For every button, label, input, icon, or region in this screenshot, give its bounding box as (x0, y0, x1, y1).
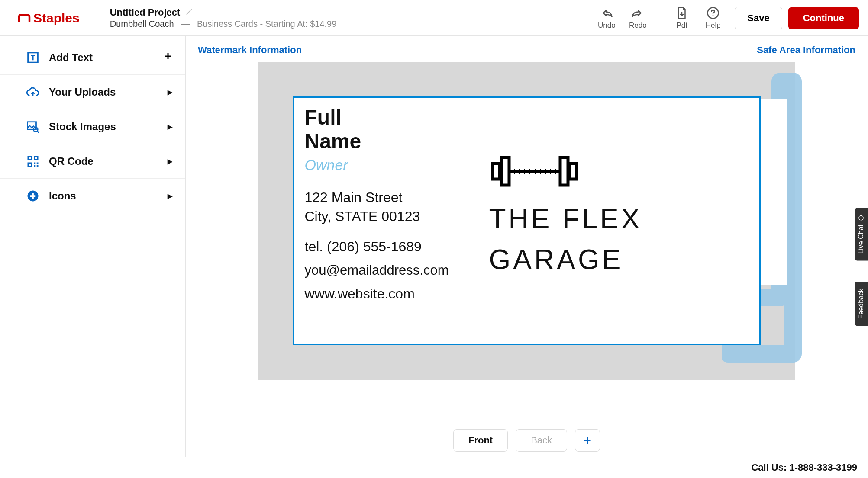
card-website[interactable]: www.website.com (305, 286, 749, 302)
chevron-right-icon: ▸ (168, 190, 172, 202)
tab-back[interactable]: Back (516, 429, 567, 452)
redo-button[interactable]: Redo (622, 6, 653, 30)
product-line: Business Cards - Starting At: $14.99 (197, 19, 336, 29)
continue-button[interactable]: Continue (788, 7, 859, 29)
icons-icon (26, 189, 40, 202)
sidebar-item-label: Add Text (49, 51, 93, 64)
card-name-line1[interactable]: Full (305, 106, 749, 129)
chevron-right-icon: ▸ (168, 156, 172, 167)
save-button[interactable]: Save (735, 7, 782, 29)
sidebar-item-label: Icons (49, 190, 76, 202)
add-page-button[interactable]: + (575, 429, 600, 452)
sidebar-item-stock-images[interactable]: Stock Images ▸ (0, 109, 185, 144)
sidebar-item-label: QR Code (49, 155, 94, 167)
editor-main: Watermark Information Safe Area Informat… (186, 36, 868, 457)
safe-area-info-link[interactable]: Safe Area Information (757, 45, 855, 56)
safe-area-frame: Full Name Owner 122 Main Street City, ST… (293, 96, 761, 345)
chevron-right-icon: ▸ (168, 121, 172, 132)
text-icon (26, 51, 40, 64)
template-name: Dumbbell Coach (110, 19, 174, 29)
svg-rect-17 (501, 157, 509, 185)
pdf-icon (675, 6, 688, 19)
svg-point-1 (713, 15, 714, 16)
sidebar-item-add-text[interactable]: Add Text (0, 40, 185, 75)
tool-sidebar: Add Text Your Uploads ▸ Stock Images ▸ Q… (0, 36, 186, 457)
svg-point-31 (859, 216, 864, 221)
svg-rect-19 (560, 157, 568, 185)
dumbbell-icon (489, 150, 580, 193)
svg-rect-18 (493, 164, 500, 179)
app-header: Staples Untitled Project Dumbbell Coach … (0, 0, 868, 36)
footer: Call Us: 1-888-333-3199 (0, 457, 868, 478)
brand-line1[interactable]: THE FLEX (489, 203, 642, 235)
watermark-info-link[interactable]: Watermark Information (198, 45, 302, 56)
plus-icon (164, 52, 172, 63)
upload-icon (26, 86, 40, 99)
redo-icon (631, 6, 644, 19)
svg-rect-16 (756, 99, 787, 285)
live-chat-tab[interactable]: Live Chat (855, 208, 868, 261)
separator: — (181, 19, 190, 29)
sidebar-item-label: Stock Images (49, 121, 116, 133)
project-info: Untitled Project Dumbbell Coach — Busine… (110, 7, 337, 29)
svg-rect-10 (34, 165, 36, 167)
sidebar-item-qr-code[interactable]: QR Code ▸ (0, 144, 185, 179)
brand-name: Staples (33, 11, 80, 26)
page-tabs: Front Back + (194, 420, 859, 457)
svg-rect-8 (34, 162, 36, 164)
design-canvas[interactable]: Full Name Owner 122 Main Street City, ST… (258, 62, 795, 380)
sidebar-item-uploads[interactable]: Your Uploads ▸ (0, 75, 185, 109)
svg-rect-14 (29, 164, 31, 166)
staples-logo-icon (18, 13, 31, 23)
svg-rect-20 (570, 164, 577, 179)
chevron-right-icon: ▸ (168, 87, 172, 98)
help-icon (707, 6, 720, 19)
card-brand-block[interactable]: THE FLEX GARAGE (489, 150, 642, 276)
qr-icon (26, 155, 40, 168)
pdf-button[interactable]: Pdf (666, 6, 697, 30)
feedback-tab[interactable]: Feedback (855, 282, 868, 326)
svg-rect-13 (35, 157, 37, 159)
pencil-icon[interactable] (185, 8, 193, 17)
image-search-icon (26, 120, 40, 133)
sidebar-item-label: Your Uploads (49, 86, 116, 98)
chat-icon (858, 215, 864, 221)
undo-button[interactable]: Undo (591, 6, 622, 30)
tab-front[interactable]: Front (453, 429, 508, 452)
brand-logo[interactable]: Staples (18, 11, 80, 26)
project-title[interactable]: Untitled Project (110, 7, 181, 18)
undo-icon (600, 6, 613, 19)
brand-line2[interactable]: GARAGE (489, 244, 642, 276)
help-button[interactable]: Help (697, 6, 729, 30)
sidebar-item-icons[interactable]: Icons ▸ (0, 179, 185, 213)
svg-rect-12 (29, 157, 31, 159)
call-us-text: Call Us: 1-888-333-3199 (751, 462, 857, 473)
svg-rect-9 (37, 162, 39, 164)
svg-rect-11 (37, 165, 39, 167)
